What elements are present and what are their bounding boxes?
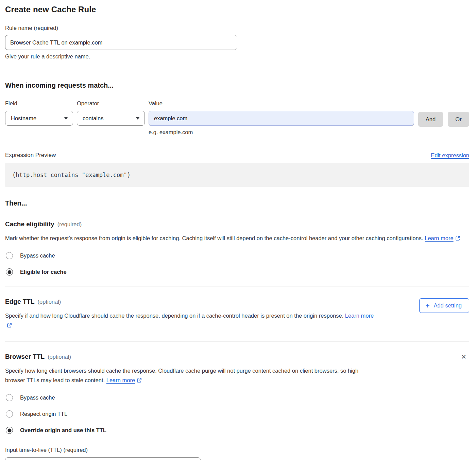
field-column: Field Hostname <box>5 100 73 126</box>
rule-name-help: Give your rule a descriptive name. <box>5 53 469 60</box>
browser-ttl-title: Browser TTL <box>5 353 45 360</box>
radio-icon <box>6 252 13 259</box>
radio-label: Bypass cache <box>20 252 55 259</box>
field-select-value: Hostname <box>11 115 36 122</box>
rule-name-input[interactable] <box>5 35 237 50</box>
chevron-down-icon <box>136 117 140 120</box>
rule-name-label: Rule name (required) <box>5 25 469 31</box>
page-title: Create new Cache Rule <box>5 5 469 14</box>
create-cache-rule-form: Create new Cache Rule Rule name (require… <box>0 0 476 460</box>
cache-eligibility-options: Bypass cache Eligible for cache <box>5 252 469 276</box>
browser-ttl-description-text: Specify how long client browsers should … <box>5 368 358 383</box>
andor-buttons: And Or <box>414 112 469 127</box>
edit-expression-link[interactable]: Edit expression <box>431 152 469 159</box>
cache-eligibility-description: Mark whether the request’s response from… <box>5 233 469 243</box>
or-button[interactable]: Or <box>448 112 469 127</box>
expression-code: (http.host contains "example.com") <box>5 163 469 187</box>
cache-eligibility-description-text: Mark whether the request’s response from… <box>5 235 423 241</box>
radio-label: Override origin and use this TTL <box>20 427 106 434</box>
cache-eligibility-title-row: Cache eligibility (required) <box>5 220 469 228</box>
browser-ttl-title-row: Browser TTL (optional) <box>5 353 469 360</box>
and-button[interactable]: And <box>418 112 443 127</box>
edge-ttl-section: Edge TTL (optional) Specify if and how l… <box>5 298 469 330</box>
cache-eligibility-learn-more-link[interactable]: Learn more <box>425 235 453 241</box>
add-setting-button[interactable]: + Add setting <box>419 298 469 313</box>
radio-label: Eligible for cache <box>20 269 67 275</box>
value-column: Value e.g. example.com <box>149 100 414 136</box>
field-select[interactable]: Hostname <box>5 111 73 126</box>
expression-preview-label: Expression Preview <box>5 152 56 159</box>
radio-label: Respect origin TTL <box>20 411 67 417</box>
value-input[interactable] <box>149 111 414 126</box>
radio-bypass-cache[interactable]: Bypass cache <box>5 394 469 401</box>
field-label: Field <box>5 100 73 107</box>
operator-select-value: contains <box>83 115 103 122</box>
ttl-label: Input time-to-live (TTL) (required) <box>5 447 469 453</box>
browser-ttl-learn-more-link[interactable]: Learn more <box>106 377 135 383</box>
optional-tag: (optional) <box>38 299 61 305</box>
radio-eligible-for-cache[interactable]: Eligible for cache <box>5 268 469 276</box>
external-link-icon <box>455 236 460 241</box>
browser-ttl-section: Browser TTL (optional) ✕ Specify how lon… <box>5 353 469 460</box>
edge-ttl-learn-more-link[interactable]: Learn more <box>345 313 374 319</box>
radio-icon <box>6 410 13 418</box>
operator-label: Operator <box>77 100 145 107</box>
plus-icon: + <box>425 302 429 309</box>
close-icon[interactable]: ✕ <box>460 352 468 361</box>
operator-column: Operator contains <box>73 100 145 126</box>
edge-ttl-description: Specify if and how long Cloudflare shoul… <box>5 311 379 330</box>
ttl-input-group: Input time-to-live (TTL) (required) 1 da… <box>5 447 469 460</box>
radio-override-origin-ttl[interactable]: Override origin and use this TTL <box>5 427 469 434</box>
value-help: e.g. example.com <box>149 129 414 136</box>
radio-icon <box>6 394 13 401</box>
ttl-select[interactable]: 1 day <box>5 457 201 460</box>
divider <box>5 341 469 341</box>
external-link-icon <box>7 323 12 328</box>
browser-ttl-options: Bypass cache Respect origin TTL Override… <box>5 394 469 434</box>
optional-tag: (optional) <box>48 354 71 360</box>
required-tag: (required) <box>57 221 82 228</box>
radio-label: Bypass cache <box>20 394 55 401</box>
external-link-icon <box>137 378 142 383</box>
divider <box>5 286 469 286</box>
match-section-heading: When incoming requests match... <box>5 82 469 89</box>
operator-select[interactable]: contains <box>77 111 145 126</box>
rule-name-group: Rule name (required) Give your rule a de… <box>5 25 469 60</box>
value-label: Value <box>149 100 414 107</box>
ttl-select-arrow-cell[interactable] <box>186 458 200 460</box>
ttl-select-value: 1 day <box>5 458 186 460</box>
radio-icon <box>6 268 13 276</box>
edge-ttl-title: Edge TTL <box>5 298 35 305</box>
radio-bypass-cache[interactable]: Bypass cache <box>5 252 469 259</box>
then-heading: Then... <box>5 199 469 207</box>
cache-eligibility-section: Cache eligibility (required) Mark whethe… <box>5 220 469 276</box>
radio-respect-origin-ttl[interactable]: Respect origin TTL <box>5 410 469 418</box>
expression-preview-row: Expression Preview Edit expression <box>5 152 469 159</box>
radio-icon <box>6 427 13 434</box>
chevron-down-icon <box>64 117 68 120</box>
add-setting-label: Add setting <box>434 302 462 309</box>
browser-ttl-description: Specify how long client browsers should … <box>5 366 377 385</box>
divider <box>5 69 469 69</box>
cache-eligibility-title: Cache eligibility <box>5 220 54 228</box>
match-condition-row: Field Hostname Operator contains Value e… <box>5 100 469 136</box>
edge-ttl-title-row: Edge TTL (optional) <box>5 298 469 305</box>
edge-ttl-description-text: Specify if and how long Cloudflare shoul… <box>5 313 343 319</box>
